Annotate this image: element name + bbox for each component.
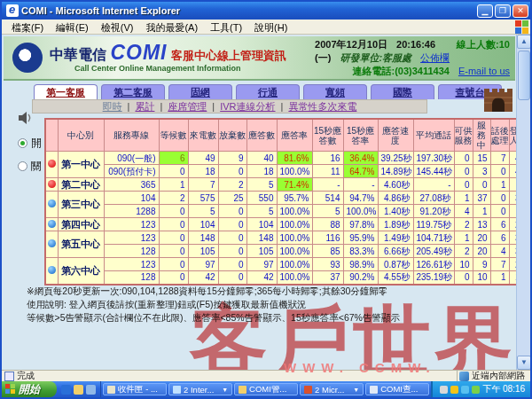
nav-tab[interactable]: 固網 (168, 84, 232, 99)
menu-item[interactable]: 檔案(F) (5, 22, 50, 33)
start-button[interactable]: 開始 (2, 381, 57, 397)
radio-off-icon[interactable] (18, 161, 27, 171)
data-cell: 100.0% (277, 258, 312, 271)
taskbar-button[interactable]: COMI管... (234, 383, 298, 395)
tray-shield-icon[interactable] (472, 386, 480, 394)
subnav-link[interactable]: 即時 (103, 100, 122, 113)
tray-volume-icon[interactable] (440, 386, 448, 394)
nav-tab[interactable]: 第一客服 (34, 84, 98, 99)
data-cell: 100.0% (277, 231, 312, 245)
ie-quicklaunch-icon[interactable] (61, 385, 71, 395)
nav-tab[interactable]: 第二客服 (101, 84, 165, 99)
data-cell: 2 (159, 192, 188, 205)
center-name-cell: 第六中心 (58, 258, 104, 285)
vertical-scrollbar[interactable]: ▲ ▼ (516, 35, 530, 370)
tray-help-icon[interactable] (450, 386, 458, 394)
dept-label: 研發單位:客服處 (340, 51, 411, 65)
board-link[interactable]: 公佈欄 (420, 51, 450, 65)
data-cell: 64.7% (343, 165, 378, 178)
data-cell: 0 (159, 205, 188, 218)
status-dot-cell (45, 231, 58, 258)
nav-tab[interactable]: 行通 (236, 84, 300, 99)
data-cell: 4.60秒 (378, 178, 413, 192)
table-row: 128042042100.0%3790.2%4.55秒235.19秒010112 (45, 271, 528, 285)
data-cell: 100.0% (277, 245, 312, 258)
taskbar-button[interactable]: 2 Inter...▼ (168, 383, 232, 395)
data-cell: 126.61秒 (413, 258, 454, 271)
online-count: 線上人數:10 (457, 38, 510, 51)
table-row: 12880505100.0%5100.0%1.40秒91.20秒4105 (45, 205, 528, 218)
intranet-zone-icon (459, 372, 469, 381)
subnav-link[interactable]: 座席管理 (168, 100, 207, 113)
center-name-cell: 第二中心 (58, 178, 104, 192)
nav-tab[interactable]: 國際 (371, 84, 434, 99)
minimize-button[interactable]: ▁ (477, 4, 493, 18)
subnav-link[interactable]: 異常性多次來電 (288, 100, 356, 113)
data-cell: 37 (473, 192, 490, 205)
restore-button[interactable]: ❐ (495, 4, 511, 18)
quick-launch (57, 381, 101, 397)
column-header (45, 119, 58, 152)
menu-item[interactable]: 說明(H) (248, 22, 293, 33)
data-cell: 95.9% (343, 231, 378, 245)
taskbar-button[interactable]: 2 Micr...▼ (300, 383, 364, 395)
data-cell: 90.2% (343, 271, 378, 285)
data-cell: 090(一般) (104, 152, 159, 165)
data-cell: 88 (312, 218, 343, 231)
data-cell: 514 (312, 192, 343, 205)
status-dot-cell (45, 218, 58, 231)
data-cell: 91.20秒 (413, 205, 454, 218)
subnav-link[interactable]: 累計 (135, 100, 154, 113)
nav-tab[interactable]: 寬頻 (303, 84, 367, 99)
scroll-down-icon[interactable]: ▼ (517, 356, 530, 370)
data-cell: 0 (159, 218, 188, 231)
chevron-down-icon[interactable]: ▼ (353, 387, 359, 393)
title-bar[interactable]: COMI - Microsoft Internet Explorer ▁ ❐ ✕ (2, 2, 530, 20)
close-button[interactable]: ✕ (512, 4, 528, 18)
data-cell: 10 (454, 258, 473, 271)
menu-item[interactable]: 我的最愛(A) (139, 22, 204, 33)
menu-item[interactable]: 檢視(V) (95, 22, 140, 33)
tray-network-icon[interactable] (461, 386, 469, 394)
subnav-link[interactable]: IVR連線分析 (220, 100, 275, 113)
form-icon (370, 386, 378, 394)
brand-subtitle: Call Center Online Management Informatio… (74, 65, 286, 73)
arch-gate-icon[interactable] (484, 88, 512, 115)
data-cell: 145.44秒 (413, 165, 454, 178)
data-cell: 197.30秒 (413, 152, 454, 165)
table-row: 第一中心090(一般)64994081.6%1636.4%39.25秒197.3… (45, 152, 528, 165)
taskbar-button[interactable]: 收件匣 - ... (103, 383, 167, 395)
scroll-up-icon[interactable]: ▲ (517, 35, 530, 49)
column-header: 平均通話 (413, 119, 454, 152)
data-cell: 14.89秒 (378, 165, 413, 178)
data-cell: 18 (246, 165, 277, 178)
sound-off-label: 關 (31, 159, 42, 174)
data-cell: 4.86秒 (378, 192, 413, 205)
app-red-icon (304, 386, 312, 394)
folder-quicklaunch-icon[interactable] (74, 385, 83, 395)
data-cell: 5 (246, 205, 277, 218)
data-cell: 119.75秒 (413, 218, 454, 231)
taskbar-button[interactable]: COMI查... (365, 383, 429, 395)
data-cell: 9 (473, 258, 490, 271)
cht-logo-icon (12, 43, 43, 73)
show-desktop-icon[interactable] (86, 385, 96, 395)
data-cell: 1288 (104, 205, 159, 218)
data-cell: 104 (188, 218, 218, 231)
email-link[interactable]: E-mail to us (458, 65, 510, 78)
blue-status-icon (48, 266, 56, 274)
chevron-down-icon[interactable]: ▼ (222, 387, 228, 393)
folder-icon (239, 386, 246, 394)
data-cell: 5 (188, 205, 218, 218)
data-cell: 2 (454, 245, 473, 258)
menu-item[interactable]: 工具(T) (204, 22, 248, 33)
sound-on-label: 開 (31, 136, 42, 151)
scrollbar-thumb[interactable] (518, 51, 530, 100)
status-bar: 完成 近端內部網路 (2, 370, 530, 381)
menu-item[interactable]: 編輯(E) (50, 22, 95, 33)
data-cell: 0 (218, 165, 246, 178)
data-cell: 104 (104, 192, 159, 205)
status-dot-cell (45, 178, 58, 192)
subnav-separator: | (212, 101, 215, 112)
radio-on-icon[interactable] (18, 138, 27, 148)
